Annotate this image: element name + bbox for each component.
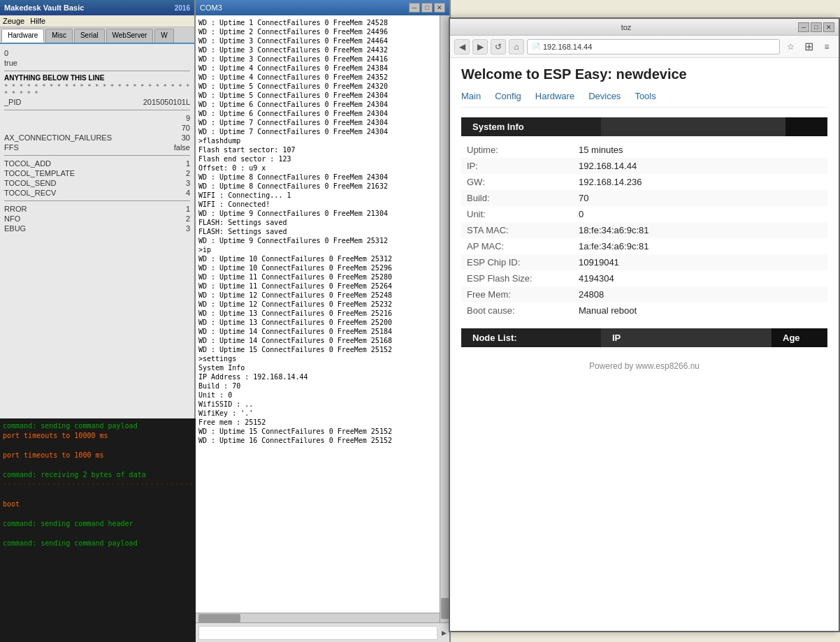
- info-row-3: Build:70: [461, 190, 827, 206]
- serial-line: WD : Uptime 6 ConnectFailures 0 FreeMem …: [198, 100, 447, 109]
- info-row-5: STA MAC:18:fe:34:a6:9c:81: [461, 222, 827, 238]
- serial-input[interactable]: [198, 626, 437, 640]
- serial-line: Offset: 0 : u9 x: [198, 163, 447, 173]
- info-label-1: IP:: [461, 158, 573, 174]
- serial-line: WD : Uptime 10 ConnectFailures 0 FreeMem…: [198, 263, 447, 272]
- info-label-8: ESP Flash Size:: [461, 270, 573, 286]
- serial-line: Flash start sector: 107: [198, 145, 447, 154]
- serial-minimize-btn[interactable]: ─: [409, 3, 420, 13]
- ffs-row: FFS false: [4, 143, 190, 152]
- tocol-recv-value: 4: [186, 189, 190, 197]
- home-button[interactable]: ⌂: [509, 39, 524, 54]
- left-titlebar: Makedesk Vault Basic 2016: [0, 0, 194, 15]
- nav-devices[interactable]: Devices: [581, 91, 628, 101]
- info-row-1: IP:192.168.14.44: [461, 158, 827, 174]
- serial-maximize-btn[interactable]: □: [421, 3, 433, 13]
- address-bar[interactable]: 📄 192.168.14.44: [527, 39, 780, 54]
- info-row-8: ESP Flash Size:4194304: [461, 270, 827, 286]
- left-app-name: Makedesk Vault Basic: [4, 3, 84, 12]
- serial-line: WD : Uptime 15 ConnectFailures 0 FreeMem…: [198, 427, 447, 436]
- serial-line: WD : Uptime 7 ConnectFailures 0 FreeMem …: [198, 127, 447, 136]
- console-line-12: command: sending command payload: [3, 539, 193, 548]
- serial-line: WD : Uptime 9 ConnectFailures 0 FreeMem …: [198, 236, 447, 245]
- info-value-0: 15 minutes: [573, 142, 827, 158]
- ffs-label: FFS: [4, 143, 19, 152]
- info-label-3: Build:: [461, 190, 573, 206]
- refresh-button[interactable]: ↺: [491, 39, 506, 54]
- serial-hscroll-thumb[interactable]: [198, 614, 240, 622]
- serial-line: Flash end sector : 123: [198, 154, 447, 163]
- info-value-7: 10919041: [573, 254, 827, 270]
- menu-hilfe[interactable]: Hilfe: [30, 17, 45, 25]
- nav-tools[interactable]: Tools: [628, 91, 662, 101]
- node-list-ip: IP: [601, 328, 772, 347]
- max-conn-label: AX_CONNECTION_FAILURES: [4, 133, 112, 142]
- tab-hardware[interactable]: Hardware: [1, 29, 44, 43]
- browser-title-text: toz: [454, 23, 798, 31]
- divider-1: [4, 71, 190, 71]
- serial-line: WD : Uptime 7 ConnectFailures 0 FreeMem …: [198, 118, 447, 127]
- protocol-recv-row: TOCOL_RECV 4: [4, 188, 190, 198]
- pid-value: 2015050101L: [143, 98, 190, 106]
- tab-serial[interactable]: Serial: [74, 29, 105, 43]
- info-value-9: 24808: [573, 286, 827, 302]
- bookmark-button[interactable]: ☆: [783, 39, 798, 54]
- browser-win-controls: ─ □ ✕: [798, 22, 834, 32]
- nav-main[interactable]: Main: [461, 91, 488, 101]
- browser-minimize-btn[interactable]: ─: [798, 22, 809, 32]
- stat-1: 70: [4, 123, 190, 133]
- serial-indicator: ▶: [442, 629, 447, 636]
- info-row-6: AP MAC:1a:fe:34:a6:9c:81: [461, 238, 827, 254]
- info-label-4: Unit:: [461, 206, 573, 222]
- protocol-add-row: TOCOL_ADD 1: [4, 159, 190, 168]
- browser-menu-button[interactable]: ≡: [819, 39, 834, 54]
- pid-row: _PID 2015050101L: [4, 97, 190, 107]
- error-row: RROR 1: [4, 204, 190, 214]
- info-label-9: Free Mem:: [461, 286, 573, 302]
- console-line-1: port timeouts to 10000 ms: [3, 431, 193, 441]
- serial-line: WD : Uptime 16 ConnectFailures 0 FreeMem…: [198, 436, 447, 445]
- serial-title: COM3: [200, 3, 222, 12]
- serial-win-controls: ─ □ ✕: [409, 3, 445, 13]
- serial-line: IP Address : 192.168.14.44: [198, 372, 447, 381]
- info-label-7: ESP Chip ID:: [461, 254, 573, 270]
- serial-line: WD : Uptime 8 ConnectFailures 0 FreeMem …: [198, 173, 447, 182]
- serial-line: WD : Uptime 13 ConnectFailures 0 FreeMem…: [198, 309, 447, 318]
- serial-hscroll[interactable]: [196, 613, 440, 622]
- node-list-label: Node List:: [461, 328, 601, 347]
- serial-line: WD : Uptime 2 ConnectFailures 0 FreeMem …: [198, 27, 447, 36]
- menu-zeuge[interactable]: Zeuge: [3, 17, 24, 25]
- info-table: Uptime:15 minutesIP:192.168.14.44GW:192.…: [461, 142, 827, 319]
- serial-line: FLASH: Settings saved: [198, 227, 447, 236]
- serial-close-btn[interactable]: ✕: [434, 3, 445, 13]
- console-line-0: command: sending command payload: [3, 421, 193, 431]
- info-label-2: GW:: [461, 174, 573, 190]
- max-conn-failures-row: AX_CONNECTION_FAILURES 30: [4, 133, 190, 143]
- info-label: NFO: [4, 214, 20, 223]
- back-button[interactable]: ◀: [454, 39, 470, 54]
- browser-maximize-btn[interactable]: □: [811, 22, 822, 32]
- console-line-9: [3, 509, 193, 519]
- extensions-button[interactable]: ⊞: [801, 39, 816, 54]
- tab-misc[interactable]: Misc: [45, 29, 73, 43]
- nav-config[interactable]: Config: [488, 91, 528, 101]
- serial-line: >ip: [198, 245, 447, 254]
- serial-scrollbar[interactable]: [440, 15, 449, 622]
- nav-hardware[interactable]: Hardware: [528, 91, 581, 101]
- serial-line: WD : Uptime 4 ConnectFailures 0 FreeMem …: [198, 73, 447, 82]
- info-value-6: 1a:fe:34:a6:9c:81: [573, 238, 827, 254]
- tab-w[interactable]: W: [154, 29, 173, 43]
- field-1: true: [4, 58, 190, 68]
- info-label-6: AP MAC:: [461, 238, 573, 254]
- info-label-10: Boot cause:: [461, 302, 573, 319]
- forward-button[interactable]: ▶: [472, 39, 488, 54]
- stat-1-value: 70: [182, 124, 190, 132]
- info-row-0: Uptime:15 minutes: [461, 142, 827, 158]
- tab-webserver[interactable]: WebServer: [106, 29, 154, 43]
- serial-line: Build : 70: [198, 381, 447, 391]
- browser-close-btn[interactable]: ✕: [823, 22, 834, 32]
- protocol-send-row: TOCOL_SEND 3: [4, 178, 190, 188]
- ffs-value: false: [174, 143, 190, 152]
- tocol-recv-label: TOCOL_RECV: [4, 189, 56, 197]
- serial-line: Unit : 0: [198, 391, 447, 400]
